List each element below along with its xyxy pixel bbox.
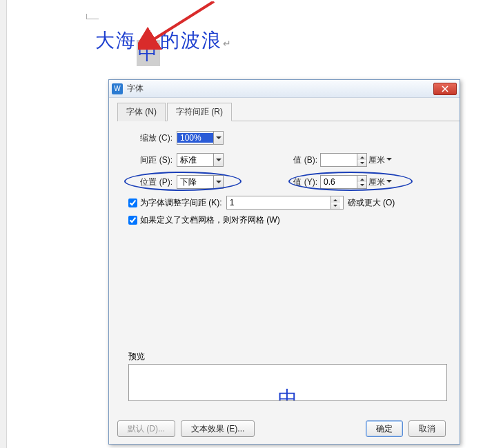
dialog-title: 字体 bbox=[127, 83, 433, 94]
spinner-down-icon[interactable] bbox=[331, 203, 340, 209]
spacing-value: 标准 bbox=[177, 154, 213, 166]
snap-grid-label: 如果定义了文档网格，则对齐网格 (W) bbox=[140, 214, 280, 226]
spacing-label: 间距 (S): bbox=[128, 154, 172, 166]
preview-label: 预览 bbox=[128, 351, 447, 363]
position-by-spinner[interactable]: 0.6 bbox=[320, 175, 367, 189]
kerning-spinner[interactable]: 1 bbox=[226, 196, 344, 210]
spacing-by-spinner[interactable] bbox=[320, 153, 367, 167]
spinner-down-icon[interactable] bbox=[357, 160, 366, 166]
close-button[interactable] bbox=[433, 83, 457, 95]
spacing-by-value bbox=[321, 154, 357, 166]
position-by-value: 0.6 bbox=[321, 176, 357, 188]
font-dialog: W 字体 字体 (N) 字符间距 (R) 缩放 (C): 100% 间距 (S)… bbox=[108, 79, 460, 445]
spacing-combo[interactable]: 标准 bbox=[177, 153, 224, 167]
chevron-down-icon bbox=[386, 177, 393, 187]
position-label: 位置 (P): bbox=[128, 176, 172, 188]
spinner-up-icon[interactable] bbox=[331, 196, 340, 203]
chevron-down-icon bbox=[213, 154, 223, 166]
position-combo[interactable]: 下降 bbox=[177, 175, 224, 189]
spinner-up-icon[interactable] bbox=[357, 154, 366, 160]
paragraph-mark: ↵ bbox=[223, 39, 233, 49]
page-gutter bbox=[0, 0, 7, 448]
text-after: 的波浪 bbox=[160, 30, 222, 51]
kerning-value: 1 bbox=[227, 196, 331, 209]
kerning-checkbox[interactable] bbox=[128, 198, 137, 207]
cancel-button[interactable]: 取消 bbox=[408, 420, 446, 437]
kerning-trail: 磅或更大 (O) bbox=[348, 197, 395, 209]
preview-box: 中 bbox=[128, 364, 447, 401]
chevron-down-icon bbox=[213, 132, 223, 144]
position-by-label: 值 (Y): bbox=[284, 176, 317, 188]
spacing-by-unit[interactable]: 厘米 bbox=[368, 153, 393, 167]
spacing-by-label: 值 (B): bbox=[284, 154, 317, 166]
document-text: 大海中的波浪↵ bbox=[95, 28, 233, 54]
dialog-titlebar[interactable]: W 字体 bbox=[109, 80, 460, 98]
scale-label: 缩放 (C): bbox=[128, 132, 172, 144]
text-before: 大海 bbox=[95, 30, 137, 51]
preview-section: 预览 中 bbox=[128, 351, 447, 401]
close-icon bbox=[441, 85, 449, 92]
tab-strip: 字体 (N) 字符间距 (R) bbox=[117, 102, 460, 121]
tab-char-spacing[interactable]: 字符间距 (R) bbox=[167, 103, 232, 121]
preview-char: 中 bbox=[278, 385, 297, 401]
app-icon: W bbox=[112, 83, 123, 94]
snap-grid-checkbox[interactable] bbox=[128, 216, 137, 225]
tab-font[interactable]: 字体 (N) bbox=[117, 103, 166, 121]
scale-value: 100% bbox=[177, 133, 213, 143]
spinner-up-icon[interactable] bbox=[357, 176, 366, 182]
default-button[interactable]: 默认 (D)... bbox=[117, 420, 175, 437]
text-effects-button[interactable]: 文本效果 (E)... bbox=[181, 420, 255, 437]
tab-panel-char-spacing: 缩放 (C): 100% 间距 (S): 标准 值 (B): 厘米 位置 bbox=[109, 121, 460, 408]
position-value: 下降 bbox=[177, 176, 213, 188]
chevron-down-icon bbox=[386, 155, 393, 165]
position-by-unit[interactable]: 厘米 bbox=[368, 175, 393, 189]
scale-combo[interactable]: 100% bbox=[177, 131, 224, 145]
spinner-down-icon[interactable] bbox=[357, 182, 366, 188]
ok-button[interactable]: 确定 bbox=[366, 420, 403, 437]
text-lowered-char: 中 bbox=[137, 40, 160, 66]
margin-marker bbox=[86, 14, 99, 19]
kerning-label: 为字体调整字间距 (K): bbox=[140, 197, 222, 209]
dialog-button-row: 默认 (D)... 文本效果 (E)... 确定 取消 bbox=[117, 420, 451, 437]
chevron-down-icon bbox=[213, 176, 223, 188]
